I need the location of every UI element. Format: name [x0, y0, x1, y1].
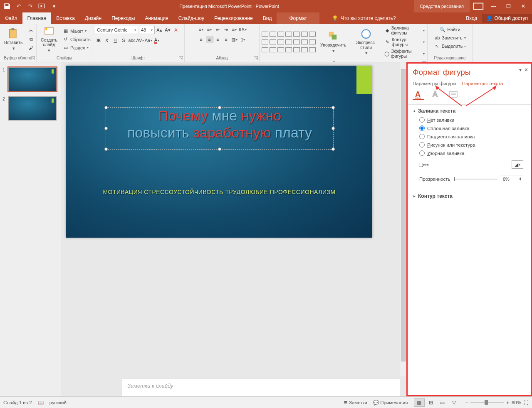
find-button[interactable]: 🔍Найти — [438, 26, 461, 33]
sorter-view-button[interactable]: ⊞ — [426, 398, 436, 407]
increase-indent-button[interactable]: ⇥ — [223, 26, 230, 33]
zoom-level[interactable]: 60% — [512, 400, 521, 405]
slide-canvas[interactable]: Почему мне нужно повысить заработную пла… — [66, 66, 372, 238]
textbox-icon[interactable] — [448, 89, 459, 100]
align-text-button[interactable]: ▯▾ — [239, 36, 247, 43]
radio-picture-fill[interactable]: Рисунок или текстура — [419, 142, 523, 147]
tell-me-search[interactable]: 💡Что вы хотите сделать? — [332, 15, 396, 21]
qat-more-icon[interactable]: ▾ — [50, 2, 58, 10]
quick-styles-button[interactable]: Экспресс-стили▾ — [350, 28, 381, 56]
select-button[interactable]: ↖Выделить▾ — [433, 42, 467, 50]
text-direction-button[interactable]: IIA▾ — [239, 26, 247, 33]
thumbnail-2[interactable]: 2 — [2, 96, 57, 120]
sign-in-link[interactable]: Вход — [461, 15, 482, 21]
arrange-button[interactable]: Упорядочить▾ — [318, 28, 349, 56]
save-icon[interactable] — [3, 2, 11, 10]
radio-solid-fill[interactable]: Сплошная заливка — [419, 125, 523, 131]
line-spacing-button[interactable]: ≡▾ — [231, 26, 238, 33]
shrink-font-button[interactable]: A▾ — [164, 26, 171, 34]
shape-effects-button[interactable]: ◯Эффекты фигуры▾ — [384, 48, 426, 59]
change-case-button[interactable]: Aa▾ — [145, 37, 152, 44]
radio-no-fill[interactable]: Нет заливки — [419, 117, 523, 123]
section-text-outline[interactable]: ▸Контур текста — [413, 193, 525, 199]
tab-slideshow[interactable]: Слайд-шоу — [173, 12, 209, 24]
thumbnail-1[interactable]: 1 — [2, 67, 57, 91]
launcher-icon[interactable]: ↘ — [254, 56, 258, 60]
normal-view-button[interactable]: ▦ — [414, 398, 425, 407]
color-picker-button[interactable]: ◢▾ — [512, 160, 523, 169]
start-from-beginning-icon[interactable] — [38, 2, 46, 10]
bullets-button[interactable]: ≡▾ — [198, 26, 205, 33]
decrease-indent-button[interactable]: ⇤ — [214, 26, 222, 33]
shape-fill-button[interactable]: ◆Заливка фигуры▾ — [384, 25, 426, 36]
launcher-icon[interactable]: ↘ — [179, 56, 183, 60]
grow-font-button[interactable]: A▴ — [156, 26, 163, 34]
align-center-button[interactable]: ≡ — [206, 36, 213, 43]
zoom-slider[interactable] — [470, 402, 504, 403]
font-size-combo[interactable]: 48▾ — [139, 26, 155, 34]
spellcheck-icon[interactable]: 📖 — [38, 400, 44, 406]
transparency-slider[interactable] — [454, 179, 498, 179]
reset-button[interactable]: ↺Сбросить — [62, 36, 92, 43]
format-painter-button[interactable]: 🖌 — [27, 44, 35, 52]
tab-shape-options[interactable]: Параметры фигуры — [413, 81, 456, 86]
clear-formatting-button[interactable]: A — [172, 26, 180, 34]
text-effects-icon[interactable]: A — [430, 89, 442, 100]
section-text-fill[interactable]: ▴Заливка текста — [413, 108, 525, 114]
zoom-in-button[interactable]: + — [506, 400, 509, 405]
pane-options-icon[interactable]: ▾ — [519, 67, 522, 73]
notes-pane[interactable]: Заметки к слайду — [122, 378, 400, 396]
title-textbox[interactable]: Почему мне нужно повысить заработную пла… — [106, 107, 334, 150]
shapes-gallery[interactable] — [261, 30, 316, 54]
replace-button[interactable]: abЗаменить▾ — [433, 34, 466, 42]
notes-toggle[interactable]: ≣ Заметки — [344, 400, 367, 406]
section-button[interactable]: ▭Раздел▾ — [62, 44, 92, 52]
vertical-scrollbar[interactable] — [400, 62, 406, 376]
ribbon-display-icon[interactable] — [472, 2, 485, 10]
tab-file[interactable]: Файл — [0, 12, 22, 24]
subtitle-textbox[interactable]: МОТИВАЦИЯ СТРЕССОУСТОЙЧИВОСТЬ ТРУДОЛЮБИЕ… — [66, 189, 372, 195]
align-left-button[interactable]: ≡ — [198, 36, 205, 43]
language-indicator[interactable]: русский — [49, 400, 67, 405]
shape-outline-button[interactable]: ✎Контур фигуры▾ — [384, 37, 426, 47]
slide-indicator[interactable]: Слайд 1 из 2 — [3, 400, 32, 405]
maximize-icon[interactable]: ❐ — [502, 2, 515, 10]
fit-to-window-button[interactable]: ⛶ — [524, 400, 529, 405]
slideshow-view-button[interactable]: ▽ — [449, 398, 460, 407]
underline-button[interactable]: Ч — [111, 37, 119, 44]
undo-icon[interactable]: ↶ — [15, 2, 22, 10]
tab-view[interactable]: Вид — [258, 12, 277, 24]
font-color-button[interactable]: A▾ — [153, 37, 161, 44]
tab-design[interactable]: Дизайн — [80, 12, 106, 24]
pane-close-icon[interactable]: ✕ — [524, 67, 528, 73]
tab-transitions[interactable]: Переходы — [106, 12, 140, 24]
italic-button[interactable]: К — [103, 37, 111, 44]
radio-gradient-fill[interactable]: Градиентная заливка — [419, 134, 523, 139]
comments-toggle[interactable]: 💬 Примечания — [373, 400, 408, 406]
minimize-icon[interactable]: — — [487, 2, 500, 10]
tab-format[interactable]: Формат — [277, 12, 319, 24]
copy-button[interactable]: ⧉ — [27, 36, 35, 43]
strikethrough-button[interactable]: S — [120, 37, 127, 44]
zoom-out-button[interactable]: − — [465, 400, 468, 405]
align-right-button[interactable]: ≡ — [214, 36, 222, 43]
reading-view-button[interactable]: ▭ — [437, 398, 448, 407]
transparency-spinner[interactable]: 0%▴▾ — [501, 175, 523, 183]
tab-animations[interactable]: Анимация — [140, 12, 173, 24]
columns-button[interactable]: ▥▾ — [231, 36, 238, 43]
char-spacing-button[interactable]: AV▾ — [136, 37, 144, 44]
green-accent-shape[interactable] — [356, 66, 372, 94]
tab-insert[interactable]: Вставка — [51, 12, 80, 24]
justify-button[interactable]: ≡ — [223, 36, 230, 43]
share-button[interactable]: 👤Общий доступ — [482, 14, 532, 23]
new-slide-button[interactable]: Создать слайд▾ — [38, 26, 60, 53]
font-name-combo[interactable]: Century Gothic▾ — [95, 26, 138, 34]
numbering-button[interactable]: ≡▾ — [206, 26, 213, 33]
tab-home[interactable]: Главная — [22, 12, 52, 24]
paste-button[interactable]: Вставить▾ — [2, 26, 25, 53]
bold-button[interactable]: Ж — [95, 37, 102, 44]
launcher-icon[interactable]: ↘ — [31, 56, 35, 60]
tab-review[interactable]: Рецензирование — [209, 12, 258, 24]
slide-editor[interactable]: Почему мне нужно повысить заработную пла… — [61, 62, 406, 396]
layout-button[interactable]: ▦Макет▾ — [62, 27, 92, 35]
